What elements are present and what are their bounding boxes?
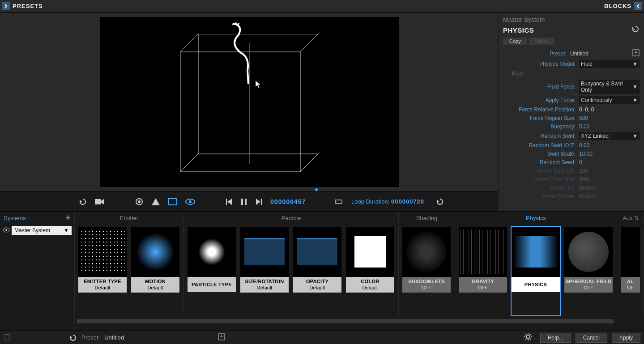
buoyancy-value[interactable]: 5.00 bbox=[579, 123, 640, 130]
rseed-value[interactable]: 0 bbox=[579, 159, 640, 166]
block-particle-type[interactable]: PARTICLE TYPE bbox=[187, 226, 237, 316]
svg-rect-23 bbox=[5, 335, 9, 340]
help-button[interactable]: Help... bbox=[540, 333, 571, 343]
save-bottom-icon[interactable] bbox=[218, 333, 225, 342]
vstrength-label: Vortex Strength: bbox=[503, 168, 579, 174]
apply-force-select[interactable]: Continuously▼ bbox=[579, 96, 640, 104]
block-aux[interactable]: ALOF bbox=[620, 226, 641, 316]
systems-column: Systems + Master System▼ bbox=[0, 212, 75, 324]
trash-icon[interactable] bbox=[4, 333, 11, 343]
rel-pos-label: Force Relative Position: bbox=[503, 106, 579, 113]
blocks-toggle[interactable] bbox=[634, 2, 642, 10]
bottom-bar: Preset: Untitled Help... Cancel Apply bbox=[0, 331, 644, 344]
pause-icon[interactable] bbox=[241, 198, 247, 205]
bottom-preset-value[interactable]: Untitled bbox=[104, 334, 124, 341]
block-opacity[interactable]: OPACITYDefault bbox=[292, 226, 342, 316]
block-size-rotation[interactable]: SIZE/ROTATIONDefault bbox=[239, 226, 290, 316]
buoyancy-label: Buoyancy: bbox=[503, 123, 579, 130]
undo-bottom-icon[interactable] bbox=[69, 334, 77, 342]
model-select[interactable]: Fluid▼ bbox=[579, 60, 640, 68]
loop-icon[interactable] bbox=[334, 199, 343, 205]
apply-force-label: Apply Force: bbox=[503, 97, 579, 103]
svg-rect-19 bbox=[261, 199, 262, 205]
properties-panel: Master System PHYSICS Copy Paste Preset:… bbox=[498, 13, 644, 211]
viewport-canvas[interactable] bbox=[100, 17, 399, 187]
scrollbar-thumb[interactable] bbox=[77, 319, 614, 323]
copy-button[interactable]: Copy bbox=[503, 38, 527, 45]
vrot-value: 0x+0.0° bbox=[579, 193, 640, 200]
svg-rect-16 bbox=[226, 199, 227, 205]
visibility-icon[interactable] bbox=[185, 199, 195, 205]
svg-line-32 bbox=[530, 339, 531, 340]
fluid-force-select[interactable]: Buoyancy & Swirl Only▼ bbox=[579, 80, 640, 94]
vstrength-value: 100 bbox=[579, 168, 640, 174]
cancel-button[interactable]: Cancel bbox=[576, 333, 607, 343]
vtilt-label: Vortex Tilt: bbox=[503, 185, 579, 191]
loop-value: 000000720 bbox=[391, 198, 424, 205]
viewport-area: 000000457 Loop Duration: 000000720 bbox=[0, 13, 498, 211]
system-select[interactable]: Master System▼ bbox=[12, 226, 72, 235]
svg-rect-10 bbox=[95, 199, 101, 204]
skip-back-icon[interactable] bbox=[226, 198, 233, 205]
rswirl-label: Random Swirl: bbox=[503, 133, 579, 139]
fluid-force-label: Fluid Force: bbox=[503, 84, 579, 90]
svg-point-7 bbox=[232, 23, 234, 25]
block-spherical-field[interactable]: SPHERICAL FIELDOFF bbox=[563, 226, 614, 316]
skip-forward-icon[interactable] bbox=[255, 198, 262, 205]
add-system-button[interactable]: + bbox=[65, 213, 71, 223]
props-heading: PHYSICS bbox=[503, 26, 534, 34]
presets-toggle[interactable] bbox=[2, 2, 10, 10]
rswirl-select[interactable]: XYZ Linked▼ bbox=[579, 132, 640, 140]
frame-icon[interactable] bbox=[168, 198, 177, 205]
sscale-label: Swirl Scale: bbox=[503, 151, 579, 157]
rswirlxyz-value[interactable]: 0.00 bbox=[579, 142, 640, 149]
svg-line-5 bbox=[300, 154, 318, 172]
undo-icon[interactable] bbox=[79, 198, 87, 206]
blocks-label: BLOCKS bbox=[604, 3, 631, 9]
header-shading: Shading bbox=[399, 212, 455, 224]
block-color[interactable]: COLORDefault bbox=[345, 226, 395, 316]
block-gravity[interactable]: GRAVITYOFF bbox=[458, 226, 508, 316]
svg-point-8 bbox=[235, 22, 237, 24]
svg-point-22 bbox=[5, 229, 7, 231]
settings-icon[interactable] bbox=[524, 333, 532, 343]
reset-loop-icon[interactable] bbox=[436, 198, 444, 206]
svg-line-33 bbox=[525, 339, 526, 340]
vrot-label: Vortex Rotate: bbox=[503, 193, 579, 200]
svg-rect-13 bbox=[169, 199, 177, 205]
target-icon[interactable] bbox=[135, 198, 143, 206]
vtilt-value: 0x+0.0° bbox=[579, 185, 640, 191]
header-physics: Physics bbox=[455, 212, 617, 224]
region-value[interactable]: 500 bbox=[579, 115, 640, 121]
frame-counter[interactable]: 000000457 bbox=[270, 198, 306, 205]
loop-duration[interactable]: Loop Duration: 000000720 bbox=[351, 198, 424, 205]
header-particle: Particle bbox=[184, 212, 399, 224]
apply-button[interactable]: Apply bbox=[612, 333, 640, 343]
reset-icon[interactable] bbox=[631, 25, 640, 35]
loop-label-text: Loop Duration: bbox=[351, 198, 389, 205]
vcore-label: Vortex Core Size: bbox=[503, 176, 579, 183]
fluid-section-label: Fluid bbox=[512, 71, 640, 77]
block-shadowlets[interactable]: SHADOWLETSOFF bbox=[401, 226, 452, 316]
visibility-toggle-icon[interactable] bbox=[3, 226, 10, 234]
svg-rect-17 bbox=[241, 199, 243, 205]
preset-label: Preset: bbox=[503, 51, 570, 57]
warning-icon[interactable] bbox=[151, 198, 160, 206]
sscale-value[interactable]: 10.00 bbox=[579, 151, 640, 157]
rel-pos-value[interactable]: 0, 0, 0 bbox=[579, 106, 640, 113]
blocks-scrollbar[interactable] bbox=[77, 318, 642, 324]
block-physics[interactable]: PHYSICS bbox=[511, 226, 561, 316]
save-preset-icon[interactable] bbox=[632, 49, 640, 58]
cursor-icon bbox=[256, 81, 262, 89]
particle-trail bbox=[225, 21, 261, 84]
blocks-strip: Systems + Master System▼ Emitter Particl… bbox=[0, 211, 644, 324]
block-emitter-type[interactable]: EMITTER TYPEDefault bbox=[77, 226, 128, 316]
svg-rect-18 bbox=[245, 199, 247, 205]
svg-line-31 bbox=[525, 334, 526, 335]
camera-icon[interactable] bbox=[95, 198, 105, 205]
svg-line-4 bbox=[180, 154, 198, 172]
paste-button: Paste bbox=[529, 38, 554, 45]
preset-value[interactable]: Untitled bbox=[570, 51, 631, 57]
region-label: Force Region Size: bbox=[503, 115, 579, 121]
block-motion[interactable]: MOTIONDefault bbox=[130, 226, 180, 316]
